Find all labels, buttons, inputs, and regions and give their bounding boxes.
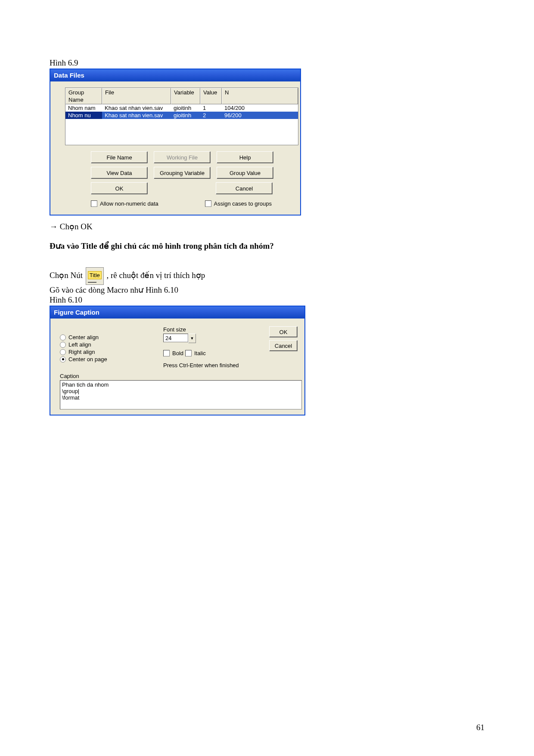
font-size-field[interactable]: 24 [163,334,188,342]
italic-checkbox[interactable]: Italic [185,350,206,356]
file-name-button[interactable]: File Name [91,151,148,163]
dialog-title: Figure Caption [50,306,304,319]
radio-icon [60,342,66,348]
dialog-title: Data Files [50,69,300,81]
figure-label-2: Hình 6.10 [50,295,484,305]
center-on-page-radio[interactable]: Center on page [60,356,163,362]
center-align-radio[interactable]: Center align [60,334,163,341]
data-files-table: Group Name File Variable Value N Nhom na… [65,87,298,145]
figure-caption-dialog: Figure Caption Center align Left align R… [50,306,305,415]
body-paragraph: Chọn Nút Title , rê chuột đến vị trí thí… [50,267,484,295]
help-button[interactable]: Help [217,151,273,163]
bold-checkbox[interactable]: Bold [163,350,183,356]
col-header-variable[interactable]: Variable [171,88,200,104]
question-heading: Đưa vào Title để ghi chú các mô hình tro… [50,241,484,251]
table-row[interactable]: Nhom nam Khao sat nhan vien.sav gioitinh… [65,104,298,112]
checkbox-icon [205,200,211,207]
allow-non-numeric-checkbox[interactable]: Allow non-numeric data [91,200,158,207]
ok-button[interactable]: OK [269,326,298,337]
radio-icon [60,356,66,362]
table-header: Group Name File Variable Value N [65,88,298,104]
col-header-group[interactable]: Group Name [65,88,102,104]
radio-icon [60,349,66,355]
dropdown-arrow-icon[interactable]: ▼ [188,334,196,343]
font-size-label: Font size [163,326,249,333]
instruction-arrow-line: → Chọn OK [50,222,484,231]
checkbox-icon [91,200,97,207]
cancel-button[interactable]: Cancel [269,340,298,351]
right-align-radio[interactable]: Right align [60,349,163,355]
group-value-button[interactable]: Group Value [217,167,273,179]
data-files-dialog: Data Files Group Name File Variable Valu… [50,69,301,216]
col-header-file[interactable]: File [102,88,171,104]
table-row[interactable]: Nhom nu Khao sat nhan vien.sav gioitinh … [65,112,298,119]
cancel-button[interactable]: Cancel [216,182,273,194]
col-header-n[interactable]: N [222,88,298,104]
working-file-button[interactable]: Working File [154,151,211,163]
page-number: 61 [476,723,484,732]
figure-label-1: Hình 6.9 [50,58,484,68]
left-align-radio[interactable]: Left align [60,341,163,348]
caption-label: Caption [60,373,298,379]
title-tool-icon: Title [86,267,104,285]
radio-icon [60,334,66,341]
view-data-button[interactable]: View Data [91,167,148,179]
assign-cases-checkbox[interactable]: Assign cases to groups [205,200,272,207]
grouping-variable-button[interactable]: Grouping Variable [154,167,211,179]
col-header-value[interactable]: Value [200,88,222,104]
checkbox-icon [185,350,192,356]
hint-text: Press Ctrl-Enter when finished [163,362,249,369]
caption-textarea[interactable]: Phan tich da nhom \group| \format [60,380,302,409]
ok-button[interactable]: OK [91,182,148,194]
checkbox-icon [163,350,170,356]
